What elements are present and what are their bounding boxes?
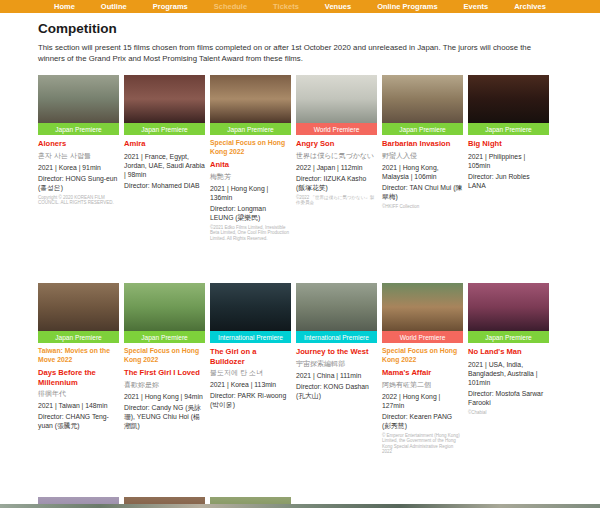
premiere-banner: Japan Premiere	[382, 123, 463, 135]
film-original-title: 불도저에 탄 소녀	[210, 368, 291, 377]
film-title-link[interactable]: Barbarian Invasion	[382, 139, 463, 149]
premiere-label: World Premiere	[314, 126, 360, 133]
nav-item[interactable]: Programs	[153, 2, 188, 11]
film-card[interactable]: Japan Premiere Aloners 혼자 사는 사람들 2021 | …	[38, 75, 119, 206]
film-card[interactable]: Japan Premiere Special Focus on Hong Kon…	[210, 75, 291, 241]
film-director: Director: Jun Robles LANA	[468, 172, 549, 190]
film-director: Director: Kearen PANG (彭秀慧)	[382, 412, 463, 430]
film-director: Director: Mostofa Sarwar Farooki	[468, 389, 549, 407]
film-director: Director: PARK Ri-woong (박이웅)	[210, 391, 291, 409]
film-still-image[interactable]	[38, 283, 119, 331]
film-title-link[interactable]: The First Girl I Loved	[124, 368, 205, 378]
film-meta: 2021 | France, Egypt, Jordan, UAE, Saudi…	[124, 152, 205, 179]
film-card[interactable]: Japan Premiere Big Night 2021 | Philippi…	[468, 75, 549, 190]
film-copyright: © Emperor Entertainment (Hong Kong) Limi…	[382, 433, 463, 455]
film-card[interactable]: World Premiere Special Focus on Hong Kon…	[382, 283, 463, 455]
premiere-banner: World Premiere	[382, 331, 463, 343]
film-card[interactable]: Japan Premiere Barbarian Invasion 野蠻人入侵 …	[382, 75, 463, 209]
premiere-banner: Japan Premiere	[38, 123, 119, 135]
film-card[interactable]: International Premiere Journey to the We…	[296, 283, 377, 400]
film-title-link[interactable]: Big Night	[468, 139, 549, 149]
film-title-link[interactable]: Days Before the Millennium	[38, 368, 119, 387]
section-tag-link[interactable]: Special Focus on Hong Kong 2022	[210, 139, 291, 156]
premiere-label: International Premiere	[304, 334, 369, 341]
premiere-banner: Japan Premiere	[210, 123, 291, 135]
premiere-label: International Premiere	[218, 334, 283, 341]
premiere-label: Japan Premiere	[141, 126, 188, 133]
film-title-link[interactable]: No Land's Man	[468, 347, 549, 357]
film-card[interactable]: Japan Premiere Taiwan: Movies on the Mov…	[38, 283, 119, 430]
section-tag-link[interactable]: Special Focus on Hong Kong 2022	[124, 347, 205, 364]
film-original-title: 阿媽有咗第二個	[382, 380, 463, 389]
premiere-banner: International Premiere	[296, 331, 377, 343]
film-director: Director: CHANG Teng-yuan (張騰元)	[38, 412, 119, 430]
film-still-image[interactable]	[124, 283, 205, 331]
film-original-title: 世界は僕らに気づかない	[296, 151, 377, 160]
film-still-image[interactable]	[210, 75, 291, 123]
film-card[interactable]: Japan Premiere Amira 2021 | France, Egyp…	[124, 75, 205, 190]
film-copyright: ©2022 「世界は僕らに気づかない」製作委員会	[296, 195, 377, 206]
film-card[interactable]: World Premiere Angry Son 世界は僕らに気づかない 202…	[296, 75, 377, 206]
nav-item[interactable]: Home	[54, 2, 75, 11]
film-still-image[interactable]	[38, 75, 119, 123]
nav-item[interactable]: Outline	[101, 2, 127, 11]
film-original-title: 徘徊年代	[38, 389, 119, 398]
film-title-link[interactable]: Angry Son	[296, 139, 377, 149]
premiere-label: Japan Premiere	[485, 334, 532, 341]
competition-section: Competition This section will present 15…	[0, 21, 600, 508]
film-card[interactable]: Japan Premiere No Land's Man 2021 | USA,…	[468, 283, 549, 415]
film-still-image[interactable]	[296, 283, 377, 331]
film-director: Director: KONG Dashan (孔大山)	[296, 382, 377, 400]
nav-item[interactable]: Tickets	[273, 2, 299, 11]
film-grid: Japan Premiere Aloners 혼자 사는 사람들 2021 | …	[38, 75, 554, 508]
film-title-link[interactable]: Anita	[210, 160, 291, 170]
premiere-banner: Japan Premiere	[38, 331, 119, 343]
film-title-link[interactable]: Journey to the West	[296, 347, 377, 357]
premiere-label: Japan Premiere	[141, 334, 188, 341]
premiere-banner: Japan Premiere	[468, 331, 549, 343]
premiere-banner: Japan Premiere	[468, 123, 549, 135]
film-title-link[interactable]: Mama's Affair	[382, 368, 463, 378]
film-title-link[interactable]: The Girl on a Bulldozer	[210, 347, 291, 366]
film-still-image[interactable]	[296, 75, 377, 123]
film-title-link[interactable]: Aloners	[38, 139, 119, 149]
film-director: Director: HONG Sung-eun (홍성은)	[38, 174, 119, 192]
nav-item[interactable]: Archives	[514, 2, 546, 11]
nav-item[interactable]: Schedule	[214, 2, 247, 11]
film-title-link[interactable]: Amira	[124, 139, 205, 149]
film-meta: 2021 | Hong Kong | 94min	[124, 392, 205, 401]
film-meta: 2022 | Japan | 112min	[296, 163, 377, 172]
film-still-image[interactable]	[382, 75, 463, 123]
film-original-title: 梅艷芳	[210, 172, 291, 181]
film-meta: 2022 | Hong Kong | 127min	[382, 392, 463, 410]
film-copyright: ©HKIFF Collection	[382, 204, 463, 210]
premiere-banner: Japan Premiere	[124, 331, 205, 343]
film-card[interactable]: Japan Premiere Special Focus on Hong Kon…	[124, 283, 205, 430]
film-card[interactable]: International Premiere The Girl on a Bul…	[210, 283, 291, 409]
premiere-banner: International Premiere	[210, 331, 291, 343]
nav-item[interactable]: Online Programs	[377, 2, 437, 11]
film-original-title: 宇宙探索編輯部	[296, 359, 377, 368]
film-still-image[interactable]	[210, 283, 291, 331]
film-meta: 2021 | Philippines | 105min	[468, 152, 549, 170]
film-original-title: 野蠻人入侵	[382, 151, 463, 160]
premiere-banner: Japan Premiere	[124, 123, 205, 135]
film-meta: 2021 | Korea | 113min	[210, 380, 291, 389]
film-still-image[interactable]	[468, 283, 549, 331]
film-still-image[interactable]	[382, 283, 463, 331]
film-meta: 2021 | Korea | 91min	[38, 163, 119, 172]
intro-text: This section will present 15 films chose…	[38, 42, 554, 64]
section-tag-link[interactable]: Special Focus on Hong Kong 2022	[382, 347, 463, 364]
nav-item[interactable]: Venues	[325, 2, 351, 11]
nav-item[interactable]: Events	[464, 2, 489, 11]
film-director: Director: TAN Chui Mui (陳翠梅)	[382, 183, 463, 201]
film-director: Director: Longman LEUNG (梁樂民)	[210, 204, 291, 222]
film-meta: 2021 | Hong Kong | 136min	[210, 184, 291, 202]
premiere-label: Japan Premiere	[227, 126, 274, 133]
premiere-label: Japan Premiere	[399, 126, 446, 133]
film-still-image[interactable]	[124, 75, 205, 123]
premiere-label: World Premiere	[400, 334, 446, 341]
page-title: Competition	[38, 21, 554, 36]
film-still-image[interactable]	[468, 75, 549, 123]
section-tag-link[interactable]: Taiwan: Movies on the Move 2022	[38, 347, 119, 364]
